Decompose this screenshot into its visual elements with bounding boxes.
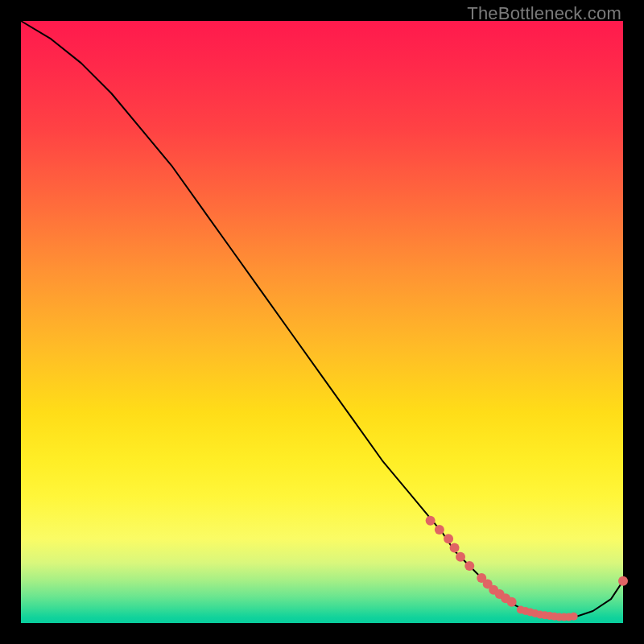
svg-point-11 [507, 597, 517, 607]
svg-point-5 [464, 561, 474, 571]
curve-line [21, 21, 623, 617]
svg-point-4 [456, 552, 465, 562]
curve-markers [426, 516, 628, 621]
plot-area [21, 21, 623, 623]
svg-point-0 [426, 516, 436, 526]
chart-frame: TheBottleneck.com [0, 0, 644, 644]
svg-point-3 [450, 543, 460, 553]
svg-point-1 [435, 525, 444, 535]
svg-point-24 [618, 576, 628, 586]
svg-point-2 [444, 534, 453, 543]
chart-svg [21, 21, 623, 623]
svg-point-23 [570, 613, 578, 621]
